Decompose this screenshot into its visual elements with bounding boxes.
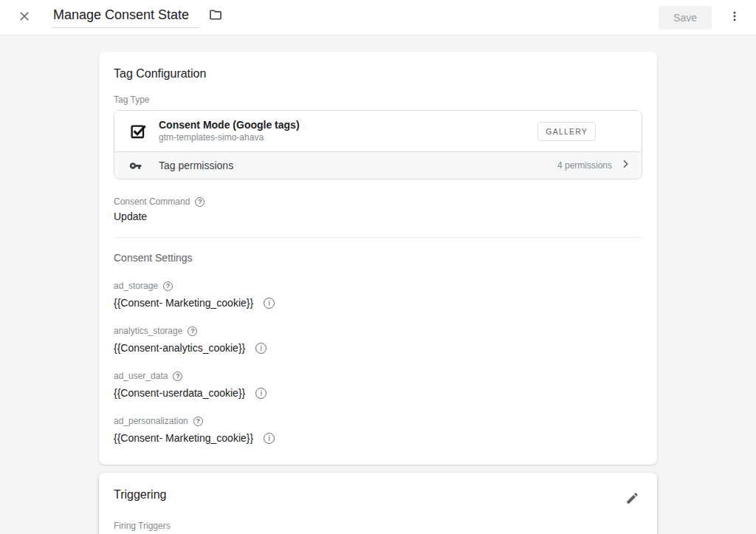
key-icon — [129, 160, 159, 172]
gallery-button[interactable]: GALLERY — [537, 122, 596, 141]
close-icon — [18, 10, 31, 25]
field-value: {{Consent- Marketing_cookie}} — [114, 297, 253, 309]
consent-setting-field: analytics_storage {{Consent-analytics_co… — [114, 326, 642, 354]
field-label: ad_user_data — [114, 371, 168, 381]
consent-command-label: Consent Command — [114, 196, 190, 207]
consent-mode-template-icon — [129, 123, 159, 140]
info-icon[interactable] — [264, 433, 275, 444]
chevron-right-icon — [619, 158, 631, 173]
firing-triggers-label: Firing Triggers — [114, 521, 642, 531]
tag-permissions-label: Tag permissions — [159, 160, 233, 171]
consent-command-value: Update — [114, 210, 147, 222]
tag-name-field[interactable]: Manage Consent State — [52, 7, 199, 28]
section-divider — [114, 237, 642, 238]
editor-body: Tag Configuration Tag Type Consent Mode … — [0, 35, 756, 534]
consent-setting-field: ad_personalization {{Consent- Marketing_… — [114, 416, 642, 444]
triggering-card[interactable]: Triggering Firing Triggers Consent Initi… — [99, 473, 657, 534]
tag-configuration-heading: Tag Configuration — [114, 67, 642, 81]
field-label: ad_personalization — [114, 416, 188, 426]
info-icon[interactable] — [264, 298, 275, 309]
field-value: {{Consent-userdata_cookie}} — [114, 387, 245, 399]
tag-type-name: Consent Mode (Google tags) — [159, 119, 300, 131]
topbar-actions: Save — [659, 6, 744, 30]
more-options-button[interactable] — [725, 7, 744, 28]
edit-triggering-button[interactable] — [622, 488, 642, 510]
consent-settings-heading: Consent Settings — [114, 252, 642, 264]
field-value: {{Consent- Marketing_cookie}} — [114, 432, 253, 444]
info-icon[interactable] — [255, 343, 267, 354]
consent-setting-field: ad_storage {{Consent- Marketing_cookie}} — [114, 281, 642, 309]
info-icon[interactable] — [255, 388, 267, 399]
help-icon[interactable] — [188, 326, 197, 336]
triggering-heading: Triggering — [114, 488, 166, 502]
consent-command-field: Consent Command Update — [114, 196, 642, 222]
tag-configuration-card[interactable]: Tag Configuration Tag Type Consent Mode … — [99, 52, 657, 465]
title-area: Manage Consent State — [52, 7, 226, 28]
tag-permissions-right: 4 permissions — [557, 158, 631, 173]
top-bar: Manage Consent State Save — [0, 0, 756, 35]
permissions-count: 4 permissions — [557, 160, 612, 171]
tag-permissions-row[interactable]: Tag permissions 4 permissions — [114, 151, 642, 179]
save-button[interactable]: Save — [659, 6, 712, 30]
help-icon[interactable] — [195, 197, 205, 207]
tag-type-source: gtm-templates-simo-ahava — [159, 132, 300, 143]
field-label: analytics_storage — [114, 326, 182, 336]
field-value: {{Consent-analytics_cookie}} — [114, 342, 245, 354]
close-button[interactable] — [15, 7, 34, 28]
tag-type-text: Consent Mode (Google tags) gtm-templates… — [159, 119, 300, 143]
consent-setting-field: ad_user_data {{Consent-userdata_cookie}} — [114, 371, 642, 399]
tag-type-box[interactable]: Consent Mode (Google tags) gtm-templates… — [114, 110, 642, 179]
tag-type-row[interactable]: Consent Mode (Google tags) gtm-templates… — [114, 111, 642, 151]
folder-button[interactable] — [205, 4, 226, 27]
kebab-menu-icon — [728, 10, 741, 25]
field-label: ad_storage — [114, 281, 158, 291]
folder-icon — [208, 7, 223, 24]
consent-command-label-row: Consent Command — [114, 196, 642, 207]
help-icon[interactable] — [193, 417, 203, 426]
tag-type-label: Tag Type — [114, 95, 642, 105]
help-icon[interactable] — [163, 281, 173, 291]
help-icon[interactable] — [173, 372, 182, 381]
pencil-icon — [625, 491, 639, 507]
